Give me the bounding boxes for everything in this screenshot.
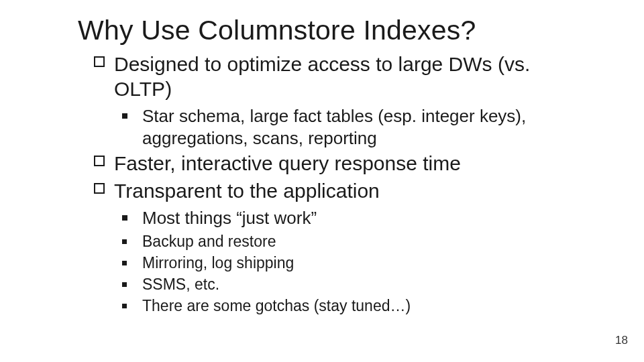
square-bullet-icon: [122, 282, 127, 287]
bullet-level1: Designed to optimize access to large DWs…: [94, 52, 577, 101]
bullet-level3: SSMS, etc.: [94, 275, 577, 295]
square-bullet-icon: [122, 113, 127, 119]
hollow-square-icon: [94, 183, 105, 194]
bullet-level1: Faster, interactive query response time: [94, 152, 577, 176]
bullet-text: Backup and restore: [142, 233, 276, 250]
bullet-level2: Most things “just work”: [94, 207, 577, 229]
bullet-level1: Transparent to the application: [94, 179, 577, 204]
bullet-text: Mirroring, log shipping: [142, 254, 294, 272]
hollow-square-icon: [94, 56, 105, 67]
bullet-text: Faster, interactive query response time: [114, 152, 461, 174]
bullet-level3: Mirroring, log shipping: [94, 253, 577, 274]
bullet-text: There are some gotchas (stay tuned…): [142, 297, 411, 314]
square-bullet-icon: [122, 304, 127, 308]
square-bullet-icon: [122, 261, 127, 265]
bullet-text: Star schema, large fact tables (esp. int…: [142, 106, 526, 148]
square-bullet-icon: [122, 239, 127, 244]
bullet-text: Transparent to the application: [114, 180, 380, 202]
slide: Why Use Columnstore Indexes? Designed to…: [0, 0, 644, 362]
bullet-text: Designed to optimize access to large DWs…: [114, 53, 530, 100]
bullet-level3: There are some gotchas (stay tuned…): [94, 296, 577, 316]
bullet-text: Most things “just work”: [142, 208, 317, 228]
slide-content: Designed to optimize access to large DWs…: [94, 52, 577, 317]
slide-title: Why Use Columnstore Indexes?: [78, 15, 476, 46]
bullet-level3: Backup and restore: [94, 232, 577, 252]
hollow-square-icon: [94, 156, 105, 166]
bullet-level2: Star schema, large fact tables (esp. int…: [94, 105, 577, 149]
square-bullet-icon: [122, 215, 127, 221]
bullet-text: SSMS, etc.: [142, 276, 219, 293]
page-number: 18: [615, 334, 628, 347]
